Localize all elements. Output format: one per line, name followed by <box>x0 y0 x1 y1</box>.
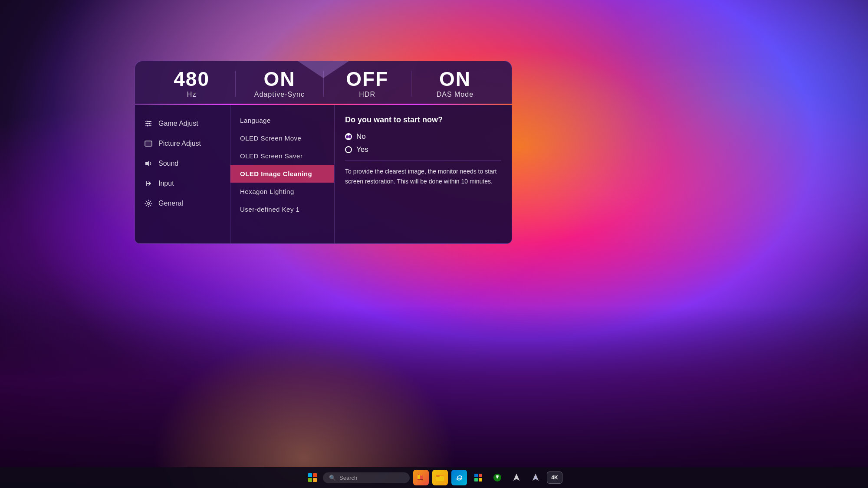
radio-no-label: No <box>356 132 366 141</box>
svg-rect-14 <box>418 479 420 480</box>
taskbar-search-icon: 🔍 <box>329 475 336 481</box>
svg-rect-15 <box>420 479 423 480</box>
stat-hz-unit: Hz <box>152 91 231 98</box>
windows-logo-button[interactable] <box>306 471 319 485</box>
submenu-user-defined-key-1-label: User-defined Key 1 <box>240 206 299 213</box>
osd-left-menu: Game Adjust Picture Adjust <box>135 105 230 243</box>
taskbar-center: 🔍 Search <box>306 470 562 485</box>
submenu-oled-image-cleaning-label: OLED Image Cleaning <box>240 170 312 177</box>
taskbar-app-files[interactable] <box>432 470 448 485</box>
win-logo-cell-1 <box>308 473 312 477</box>
taskbar: 🔍 Search <box>0 467 868 488</box>
taskbar-search-text: Search <box>339 475 357 481</box>
svg-point-3 <box>146 121 148 122</box>
menu-item-input[interactable]: Input <box>135 174 230 193</box>
svg-rect-21 <box>479 474 482 477</box>
taskbar-4k-label: 4K <box>551 475 558 481</box>
submenu-oled-screen-saver[interactable]: OLED Screen Saver <box>230 147 334 165</box>
menu-item-general[interactable]: General <box>135 193 230 213</box>
submenu-user-defined-key-1[interactable]: User-defined Key 1 <box>230 200 334 218</box>
stat-hdr-label: HDR <box>328 91 407 98</box>
radio-yes-label: Yes <box>356 145 368 154</box>
svg-point-9 <box>148 203 150 205</box>
submenu-oled-screen-saver-label: OLED Screen Saver <box>240 152 302 160</box>
svg-rect-10 <box>418 475 420 479</box>
submenu-language[interactable]: Language <box>230 111 334 129</box>
submenu-oled-screen-move[interactable]: OLED Screen Move <box>230 129 334 147</box>
general-icon <box>144 199 153 208</box>
submenu-hexagon-lighting[interactable]: Hexagon Lighting <box>230 183 334 200</box>
stat-das-mode: ON DAS Mode <box>411 69 499 98</box>
svg-point-4 <box>149 123 151 124</box>
svg-rect-17 <box>436 476 444 481</box>
stat-hz-value: 480 <box>152 69 231 89</box>
submenu-hexagon-lighting-label: Hexagon Lighting <box>240 188 294 195</box>
radio-option-yes[interactable]: Yes <box>345 145 501 154</box>
taskbar-search-box[interactable]: 🔍 Search <box>323 472 410 483</box>
radio-no-circle <box>345 133 352 140</box>
osd-center-menu: Language OLED Screen Move OLED Screen Sa… <box>230 105 335 243</box>
submenu-language-label: Language <box>240 117 271 124</box>
osd-topbar: 480 Hz ON Adaptive-Sync OFF HDR ON DAS M… <box>135 61 512 104</box>
menu-item-picture-adjust-label: Picture Adjust <box>158 140 201 147</box>
menu-item-input-label: Input <box>158 180 174 187</box>
stat-hz: 480 Hz <box>148 69 235 98</box>
stat-das-mode-label: DAS Mode <box>416 91 494 98</box>
picture-adjust-icon <box>144 139 153 148</box>
svg-rect-22 <box>474 478 478 481</box>
hand-silhouette <box>152 336 456 488</box>
osd-body: Game Adjust Picture Adjust <box>135 105 512 244</box>
svg-rect-12 <box>420 475 423 479</box>
taskbar-app-corsair-1[interactable] <box>509 470 524 485</box>
taskbar-app-candle[interactable] <box>413 470 429 485</box>
svg-rect-18 <box>436 475 440 477</box>
taskbar-app-4k[interactable]: 4K <box>547 472 562 484</box>
osd-notch <box>297 61 349 78</box>
svg-point-5 <box>147 125 148 127</box>
input-icon <box>144 179 153 188</box>
svg-rect-11 <box>418 474 419 475</box>
menu-item-picture-adjust[interactable]: Picture Adjust <box>135 134 230 154</box>
taskbar-app-xbox[interactable] <box>490 470 505 485</box>
osd-right-panel: Do you want to start now? No Yes To prov… <box>335 105 512 243</box>
svg-marker-8 <box>145 160 149 167</box>
info-question: Do you want to start now? <box>345 115 501 125</box>
menu-item-general-label: General <box>158 200 183 207</box>
menu-item-game-adjust[interactable]: Game Adjust <box>135 114 230 134</box>
menu-item-sound-label: Sound <box>158 160 178 167</box>
taskbar-app-microsoft-store[interactable] <box>470 470 486 485</box>
win-logo-cell-4 <box>313 478 317 482</box>
svg-point-25 <box>496 477 498 478</box>
win-logo-cell-2 <box>313 473 317 477</box>
stat-adaptive-sync-label: Adaptive-Sync <box>240 91 319 98</box>
svg-marker-26 <box>513 474 519 481</box>
stat-das-mode-value: ON <box>416 69 494 89</box>
game-adjust-icon <box>144 119 153 128</box>
windows-logo-grid <box>308 473 317 482</box>
info-description: To provide the clearest image, the monit… <box>345 167 501 186</box>
monitor-osd: 480 Hz ON Adaptive-Sync OFF HDR ON DAS M… <box>135 61 512 244</box>
win-logo-cell-3 <box>308 478 312 482</box>
radio-option-no[interactable]: No <box>345 132 501 141</box>
menu-item-sound[interactable]: Sound <box>135 154 230 174</box>
submenu-oled-image-cleaning[interactable]: OLED Image Cleaning <box>230 165 334 183</box>
submenu-oled-screen-move-label: OLED Screen Move <box>240 134 301 142</box>
taskbar-app-edge[interactable] <box>451 470 467 485</box>
info-divider <box>345 160 501 160</box>
svg-rect-20 <box>474 474 478 477</box>
svg-rect-7 <box>145 141 152 146</box>
svg-rect-23 <box>479 478 482 481</box>
svg-rect-13 <box>421 475 422 476</box>
taskbar-app-corsair-2[interactable] <box>528 470 543 485</box>
sound-icon <box>144 159 153 168</box>
radio-yes-circle <box>345 146 352 153</box>
menu-item-game-adjust-label: Game Adjust <box>158 120 198 128</box>
